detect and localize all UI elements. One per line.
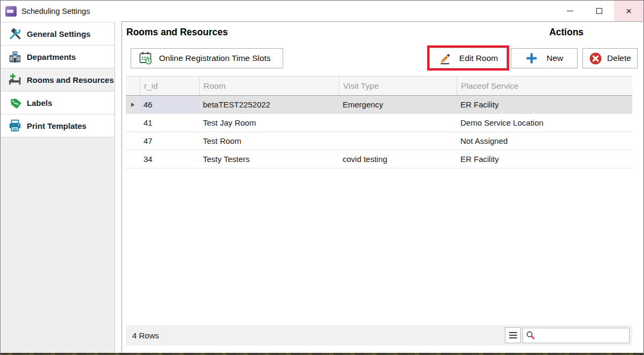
- taskbar-sliver: [1, 353, 643, 355]
- printer-icon: [6, 118, 24, 133]
- plus-icon: [525, 52, 538, 65]
- online-registration-time-slots-button[interactable]: Online Registration Time Slots: [131, 48, 283, 68]
- bed-icon: [6, 72, 24, 87]
- window-title: Scheduling Settings: [21, 7, 90, 16]
- sidebar-item-label: Departments: [27, 52, 76, 61]
- hospital-icon: [6, 49, 24, 64]
- pencil-icon: [438, 51, 452, 65]
- online-registration-label: Online Registration Time Slots: [159, 53, 270, 63]
- row-indicator: [126, 96, 140, 113]
- sidebar-item-departments[interactable]: Departments: [1, 45, 115, 68]
- rooms-table: r_id Room Visit Type Placeof Service 46 …: [126, 76, 632, 168]
- app-logo-icon: [5, 6, 17, 17]
- table-row[interactable]: 34 Testy Testers covid testing ER Facili…: [126, 150, 632, 168]
- cell-r-id[interactable]: 41: [140, 114, 199, 132]
- delete-x-icon: [589, 52, 602, 65]
- cell-room[interactable]: Test Jay Room: [199, 114, 339, 132]
- header-place-of-service[interactable]: Placeof Service: [457, 76, 632, 95]
- calendar-clock-icon: [138, 51, 153, 66]
- new-button[interactable]: New: [511, 48, 578, 68]
- cell-place-of-service[interactable]: Demo Service Location: [457, 114, 632, 132]
- cell-visit-type[interactable]: [339, 114, 457, 132]
- cell-place-of-service[interactable]: ER Facility: [457, 150, 632, 168]
- page-title: Rooms and Resources: [126, 27, 228, 38]
- delete-button[interactable]: Delete: [582, 48, 638, 68]
- sidebar-item-label: Rooms and Resources: [27, 75, 114, 84]
- title-bar: Scheduling Settings ×: [1, 1, 643, 21]
- search-icon: [526, 330, 536, 341]
- cell-place-of-service[interactable]: Not Assigned: [457, 132, 632, 150]
- new-label: New: [547, 53, 563, 63]
- maximize-icon: [596, 8, 602, 14]
- edit-room-button[interactable]: Edit Room: [429, 48, 507, 68]
- close-button[interactable]: ×: [614, 1, 643, 21]
- header-r-id[interactable]: r_id: [140, 76, 199, 95]
- app-window: Scheduling Settings × General Settings: [0, 0, 644, 355]
- close-icon: ×: [626, 6, 632, 16]
- table-header-row: r_id Room Visit Type Placeof Service: [126, 76, 632, 96]
- sidebar-item-label: Labels: [27, 98, 52, 107]
- cell-r-id[interactable]: 47: [140, 132, 199, 150]
- sidebar-item-print-templates[interactable]: Print Templates: [1, 114, 115, 137]
- hamburger-icon: [509, 332, 517, 333]
- window-controls: ×: [555, 1, 643, 21]
- edit-room-label: Edit Room: [459, 53, 498, 63]
- cell-place-of-service[interactable]: ER Facility: [457, 96, 632, 113]
- cell-visit-type[interactable]: [339, 132, 457, 150]
- table-row[interactable]: 41 Test Jay Room Demo Service Location: [126, 114, 632, 132]
- row-indicator: [126, 150, 140, 168]
- sidebar-item-rooms-and-resources[interactable]: Rooms and Resources: [1, 68, 115, 91]
- header-indicator-column: [126, 76, 140, 95]
- cell-visit-type[interactable]: Emergency: [339, 96, 457, 113]
- sidebar-item-label: General Settings: [27, 29, 90, 38]
- cell-room[interactable]: betaTEST2252022: [199, 96, 339, 113]
- status-bar: 4 Rows: [126, 325, 632, 345]
- table-row[interactable]: 46 betaTEST2252022 Emergency ER Facility: [126, 96, 632, 114]
- row-arrow-icon: [131, 103, 134, 107]
- minimize-button[interactable]: [555, 1, 585, 21]
- main-panel: Rooms and Resources Actions Online Regis…: [122, 21, 643, 353]
- cell-r-id[interactable]: 46: [140, 96, 199, 113]
- cell-visit-type[interactable]: covid testing: [339, 150, 457, 168]
- sidebar-item-labels[interactable]: Labels: [1, 91, 115, 114]
- header-room[interactable]: Room: [199, 76, 339, 95]
- sidebar-item-general-settings[interactable]: General Settings: [1, 22, 115, 45]
- cell-r-id[interactable]: 34: [140, 150, 199, 168]
- row-indicator: [126, 114, 140, 132]
- tools-icon: [6, 26, 24, 41]
- table-body: 46 betaTEST2252022 Emergency ER Facility…: [126, 96, 632, 168]
- delete-label: Delete: [607, 53, 631, 63]
- row-indicator: [126, 132, 140, 150]
- sidebar: General Settings Departments: [1, 22, 115, 353]
- actions-heading: Actions: [544, 27, 589, 38]
- header-visit-type[interactable]: Visit Type: [339, 76, 457, 95]
- maximize-button[interactable]: [585, 1, 614, 21]
- sidebar-item-label: Print Templates: [27, 121, 86, 130]
- search-box: [522, 328, 630, 343]
- search-input[interactable]: [536, 328, 633, 343]
- grid-menu-button[interactable]: [505, 327, 521, 343]
- edit-room-highlight-annotation: Edit Room: [427, 45, 509, 71]
- table-row[interactable]: 47 Test Room Not Assigned: [126, 132, 632, 150]
- tag-icon: [6, 95, 24, 110]
- cell-room[interactable]: Test Room: [199, 132, 339, 150]
- cell-room[interactable]: Testy Testers: [199, 150, 339, 168]
- row-count-label: 4 Rows: [132, 331, 159, 340]
- minimize-icon: [567, 11, 573, 11]
